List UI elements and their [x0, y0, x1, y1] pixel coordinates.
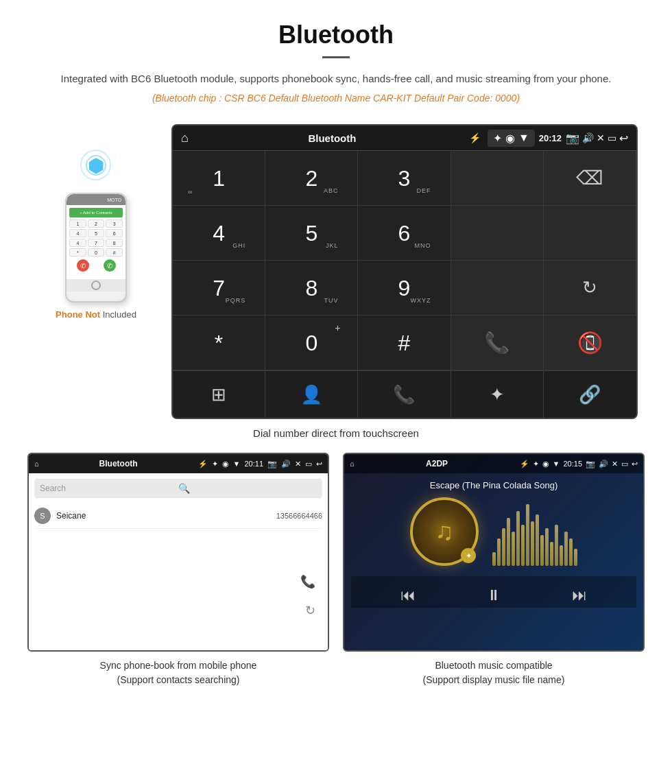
pb-bt-icon: ✦	[212, 460, 218, 468]
pb-title: Bluetooth	[43, 459, 194, 468]
sub-4: GHI	[232, 242, 245, 249]
phone-not-included-label: Phone Not Included	[56, 309, 136, 320]
contact-avatar: S	[34, 508, 51, 524]
dial-screen-mockup: ⌂ Bluetooth ⚡ ✦ ◉ ▼ 20:12 📷 🔊 ✕ ▭ ↩ 1 ∞ …	[171, 124, 638, 419]
dial-key-9[interactable]: 9 WXYZ	[358, 261, 451, 316]
dial-caption: Dial number direct from touchscreen	[0, 419, 672, 453]
footer-link-icon[interactable]: 🔗	[544, 371, 636, 418]
key-2: 2	[88, 219, 105, 228]
bottom-section: ⌂ Bluetooth ⚡ ✦ ◉ ▼ 20:11 📷 🔊 ✕ ▭ ↩ Sear…	[0, 453, 672, 708]
phone-bottom-bar	[67, 279, 125, 292]
music-screen: ⌂ A2DP ⚡ ✦ ◉ ▼ 20:15 📷 🔊 ✕ ▭ ↩ Escape (T…	[343, 453, 645, 652]
wbar-3	[502, 528, 505, 566]
dial-backspace-cell[interactable]: ⌫	[544, 151, 636, 206]
music-prev-icon[interactable]: ⏮	[400, 586, 416, 604]
digit-3: 3	[398, 167, 411, 189]
backspace-icon: ⌫	[576, 167, 603, 189]
header-specs: (Bluetooth chip : CSR BC6 Default Blueto…	[41, 93, 631, 104]
pb-search-placeholder: Search	[40, 484, 178, 493]
music-camera-icon: 📷	[586, 460, 595, 468]
music-controls: ⏮ ⏸ ⏭	[351, 576, 636, 608]
pb-search-bar[interactable]: Search 🔍	[34, 479, 322, 498]
phone-carrier-text: MOTO	[107, 198, 121, 202]
camera-icon: 📷	[566, 132, 579, 145]
music-play-pause-icon[interactable]: ⏸	[486, 586, 501, 604]
key-6: 6	[106, 229, 123, 237]
bluetooth-status-icon: ✦	[493, 132, 502, 145]
dial-screen-title: Bluetooth	[195, 132, 469, 144]
back-icon: ↩	[619, 132, 628, 145]
pb-close-icon: ✕	[295, 460, 301, 468]
music-album-art: ♫ ✦	[410, 497, 479, 566]
phone-screen-label: + Add to Contacts	[80, 211, 112, 215]
page-title: Bluetooth	[41, 21, 631, 49]
pb-home-icon: ⌂	[34, 460, 39, 468]
music-signal-icon: ▼	[553, 460, 560, 468]
phonebook-caption-line1: Sync phone-book from mobile phone	[100, 658, 257, 673]
digit-1: 1	[213, 167, 225, 189]
digit-6: 6	[398, 222, 411, 244]
digit-9: 9	[398, 277, 411, 299]
dial-key-8[interactable]: 8 TUV	[265, 261, 358, 316]
dial-key-5[interactable]: 5 JKL	[265, 206, 358, 261]
pb-status-bar: ⌂ Bluetooth ⚡ ✦ ◉ ▼ 20:11 📷 🔊 ✕ ▭ ↩	[29, 454, 328, 473]
bluetooth-icon: ⬢	[88, 154, 104, 177]
dial-key-7[interactable]: 7 PQRS	[173, 261, 265, 316]
music-caption-line2: (Support display music file name)	[423, 673, 565, 687]
footer-phone-icon[interactable]: 📞	[358, 371, 451, 418]
pb-back-icon: ↩	[316, 460, 322, 468]
dial-cell-empty-1	[451, 151, 544, 206]
footer-contacts-icon[interactable]: 👤	[265, 371, 358, 418]
dial-call-cell[interactable]: 📞	[451, 316, 544, 370]
location-icon: ◉	[505, 132, 515, 145]
music-waveform	[492, 497, 577, 566]
phone-top-bar: MOTO	[67, 194, 125, 205]
footer-bluetooth-icon[interactable]: ✦	[451, 371, 544, 418]
dial-key-1[interactable]: 1 ∞	[173, 151, 265, 206]
dial-time: 20:12	[539, 133, 562, 143]
music-loc-icon: ◉	[542, 460, 549, 468]
wbar-12	[545, 528, 549, 566]
dial-keypad-grid: 1 ∞ 2 ABC 3 DEF ⌫ 4 GHI 5 JKL	[173, 150, 636, 370]
dial-refresh-cell[interactable]: ↻	[544, 261, 636, 316]
dial-key-4[interactable]: 4 GHI	[173, 206, 265, 261]
wbar-17	[569, 538, 573, 566]
volume-icon: 🔊	[582, 132, 594, 143]
digit-0: 0	[305, 332, 317, 354]
music-next-icon[interactable]: ⏭	[572, 586, 587, 604]
wbar-15	[560, 545, 563, 566]
contact-number: 13566664466	[276, 512, 322, 520]
key-4: 4	[69, 229, 86, 237]
dial-key-3[interactable]: 3 DEF	[358, 151, 451, 206]
contact-name: Seicane	[56, 511, 276, 521]
home-icon: ⌂	[181, 131, 189, 145]
phone-screen: + Add to Contacts 1 2 3 4 5 6 4 7 8 * 0 …	[67, 205, 125, 279]
music-close-icon: ✕	[612, 460, 618, 468]
key-0: 0	[88, 248, 105, 257]
wbar-10	[536, 514, 539, 566]
music-note-icon: ♫	[435, 517, 454, 546]
phone-home-button	[91, 281, 101, 290]
music-time: 20:15	[563, 460, 582, 468]
phonebook-caption: Sync phone-book from mobile phone (Suppo…	[97, 652, 261, 687]
pb-refresh-side-icon: ↻	[305, 603, 315, 618]
footer-keypad-icon[interactable]: ⊞	[173, 371, 265, 418]
dial-key-2[interactable]: 2 ABC	[265, 151, 358, 206]
phone-not-text: Phone Not	[56, 309, 100, 320]
music-back-icon: ↩	[632, 460, 638, 468]
pb-search-icon[interactable]: 🔍	[178, 483, 317, 494]
sub-7: PQRS	[226, 297, 246, 304]
phone-area: ⬢ MOTO + Add to Contacts 1 2 3 4 5 6 4 7	[34, 124, 158, 320]
dial-cell-empty-4	[451, 261, 544, 316]
dial-end-cell[interactable]: 📵	[544, 316, 636, 370]
phonebook-screen: ⌂ Bluetooth ⚡ ✦ ◉ ▼ 20:11 📷 🔊 ✕ ▭ ↩ Sear…	[27, 453, 329, 652]
phone-mockup: MOTO + Add to Contacts 1 2 3 4 5 6 4 7 8…	[65, 193, 127, 302]
music-title: A2DP	[358, 459, 516, 468]
phonebook-caption-line2: (Support contacts searching)	[100, 673, 257, 687]
dial-key-star[interactable]: *	[173, 316, 265, 370]
dial-key-6[interactable]: 6 MNO	[358, 206, 451, 261]
dial-key-hash[interactable]: #	[358, 316, 451, 370]
dial-key-0[interactable]: 0 +	[265, 316, 358, 370]
sub-5: JKL	[326, 242, 339, 249]
wbar-6	[516, 511, 520, 566]
